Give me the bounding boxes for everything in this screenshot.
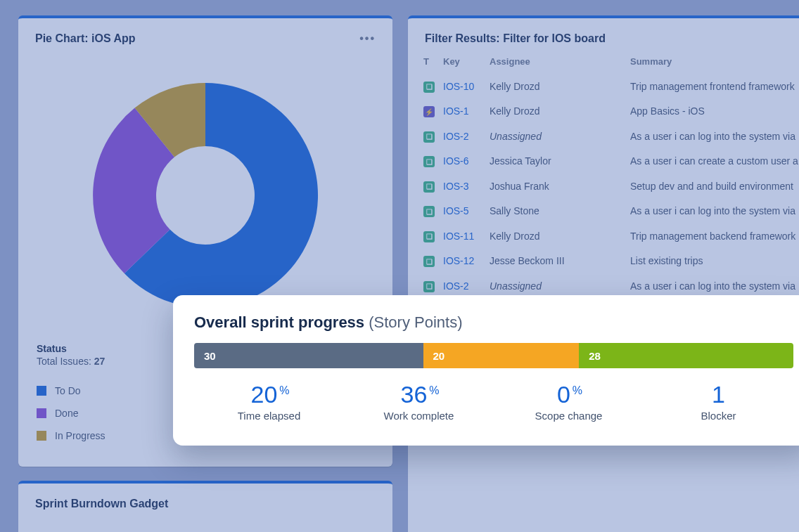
progress-title: Overall sprint progress (Story Points) — [194, 313, 793, 332]
more-menu-icon[interactable]: ••• — [359, 32, 376, 45]
issue-type-cell: ❏ — [419, 174, 439, 199]
issue-key-link[interactable]: IOS-10 — [443, 81, 474, 92]
progress-bar: 30 20 28 — [194, 343, 793, 368]
story-icon: ❏ — [423, 231, 435, 242]
issue-key-link[interactable]: IOS-3 — [443, 181, 469, 192]
summary-cell: Trip management frontend framework — [626, 74, 799, 99]
legend-swatch — [37, 386, 46, 396]
story-icon: ❏ — [423, 181, 435, 193]
legend-swatch — [37, 431, 46, 441]
col-key[interactable]: Key — [439, 52, 485, 74]
summary-cell: List existing trips — [626, 249, 799, 274]
col-summary[interactable]: Summary — [626, 52, 799, 74]
pie-chart-title: Pie Chart: iOS App — [35, 32, 136, 45]
issue-key-cell: IOS-3 — [439, 174, 485, 199]
progress-segment-1[interactable]: 30 — [194, 343, 423, 368]
col-assignee[interactable]: Assignee — [485, 52, 626, 74]
filter-results-card: Filter Results: Filter for IOS board T K… — [408, 15, 799, 532]
legend-swatch — [37, 408, 46, 418]
assignee-cell: Kelly Drozd — [485, 99, 626, 124]
issue-type-cell: ❏ — [419, 149, 439, 174]
table-row[interactable]: ❏IOS-12Jesse Beckom IIIList existing tri… — [419, 249, 799, 274]
issue-key-cell: IOS-1 — [439, 99, 485, 124]
issue-type-cell: ❏ — [419, 199, 439, 224]
sprint-burndown-card: Sprint Burndown Gadget — [18, 481, 392, 532]
summary-cell: Trip management backend framework — [626, 223, 799, 249]
issue-type-cell: ❏ — [419, 223, 439, 249]
table-row[interactable]: ❏IOS-10Kelly DrozdTrip management fronte… — [419, 74, 799, 99]
issue-key-link[interactable]: IOS-1 — [443, 105, 469, 117]
sprint-burndown-title: Sprint Burndown Gadget — [35, 498, 168, 510]
issue-key-link[interactable]: IOS-11 — [443, 231, 474, 242]
issue-key-link[interactable]: IOS-5 — [443, 205, 469, 216]
issue-key-cell: IOS-2 — [439, 124, 485, 149]
legend-label: To Do — [55, 385, 81, 396]
summary-cell: As a user i can log into the system via — [626, 199, 799, 224]
progress-metrics: 20% Time elapsed 36% Work complete 0% Sc… — [194, 381, 793, 422]
issue-key-link[interactable]: IOS-2 — [443, 131, 469, 142]
epic-icon: ⚡ — [423, 106, 435, 117]
issue-type-cell: ❏ — [419, 124, 439, 149]
table-row[interactable]: ❏IOS-11Kelly DrozdTrip management backen… — [419, 223, 799, 249]
story-icon: ❏ — [423, 82, 435, 93]
metric-work-complete: 36% Work complete — [344, 381, 494, 422]
filter-results-title: Filter Results: Filter for IOS board — [425, 32, 606, 45]
issue-key-link[interactable]: IOS-2 — [443, 280, 469, 292]
table-row[interactable]: ❏IOS-2UnassignedAs a user i can log into… — [419, 124, 799, 149]
issue-key-cell: IOS-10 — [439, 74, 485, 99]
summary-cell: App Basics - iOS — [626, 99, 799, 124]
overall-sprint-progress-card: Overall sprint progress (Story Points) 3… — [173, 295, 799, 446]
issue-type-cell: ❏ — [419, 249, 439, 274]
issue-key-cell: IOS-5 — [439, 199, 485, 224]
assignee-cell: Sally Stone — [485, 199, 626, 224]
assignee-cell: Jessica Taylor — [485, 149, 626, 174]
legend-label: Done — [55, 408, 78, 419]
issue-type-cell: ❏ — [419, 74, 439, 99]
assignee-cell: Unassigned — [485, 124, 626, 149]
progress-segment-2[interactable]: 20 — [423, 343, 580, 368]
metric-scope-change: 0% Scope change — [494, 381, 644, 422]
issue-key-cell: IOS-11 — [439, 223, 485, 249]
assignee-cell: Kelly Drozd — [485, 223, 626, 249]
legend-label: In Progress — [55, 430, 106, 441]
col-type[interactable]: T — [419, 52, 439, 74]
story-icon: ❏ — [423, 131, 435, 143]
story-icon: ❏ — [423, 156, 435, 167]
metric-time-elapsed: 20% Time elapsed — [194, 381, 344, 422]
table-row[interactable]: ❏IOS-3Joshua FrankSetup dev and and buil… — [419, 174, 799, 199]
assignee-cell: Jesse Beckom III — [485, 249, 626, 274]
issue-key-link[interactable]: IOS-6 — [443, 155, 469, 167]
issue-key-link[interactable]: IOS-12 — [443, 255, 474, 266]
issue-type-cell: ⚡ — [419, 99, 439, 124]
assignee-cell: Joshua Frank — [485, 174, 626, 199]
story-icon: ❏ — [423, 256, 435, 267]
metric-blocker: 1 Blocker — [644, 381, 793, 422]
assignee-cell: Kelly Drozd — [485, 74, 626, 99]
summary-cell: As a user i can log into the system via — [626, 124, 799, 149]
table-row[interactable]: ❏IOS-5Sally StoneAs a user i can log int… — [419, 199, 799, 224]
table-row[interactable]: ❏IOS-6Jessica TaylorAs a user i can crea… — [419, 149, 799, 174]
summary-cell: As a user i can create a custom user a — [626, 149, 799, 174]
donut-svg — [65, 55, 346, 336]
story-icon: ❏ — [423, 206, 435, 217]
progress-segment-3[interactable]: 28 — [579, 343, 793, 368]
story-icon: ❏ — [423, 281, 435, 292]
summary-cell: Setup dev and and build environment — [626, 174, 799, 199]
issue-key-cell: IOS-12 — [439, 249, 485, 274]
table-row[interactable]: ⚡IOS-1Kelly DrozdApp Basics - iOS — [419, 99, 799, 124]
issue-key-cell: IOS-6 — [439, 149, 485, 174]
